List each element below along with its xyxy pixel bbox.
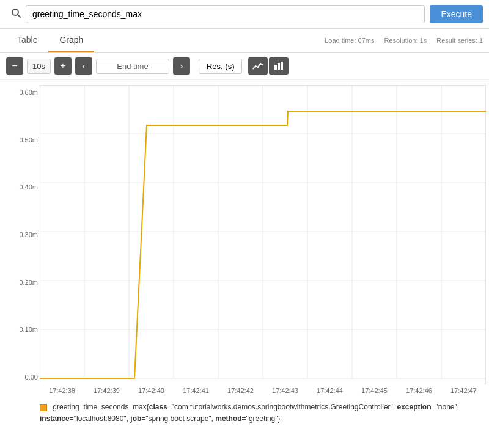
resolution-button[interactable]: Res. (s) — [199, 59, 243, 74]
y-label-1: 0.10m — [12, 326, 38, 333]
legend-instance-key: instance — [40, 414, 70, 423]
legend-color — [40, 404, 47, 411]
legend-class-key: class — [149, 403, 167, 411]
prev-time-button[interactable]: ‹ — [75, 57, 92, 75]
next-time-button[interactable]: › — [173, 57, 190, 75]
y-label-2: 0.20m — [12, 279, 38, 286]
x-label-3: 17:42:41 — [174, 387, 218, 394]
legend-text: greeting_time_seconds_max{class="com.tut… — [40, 403, 459, 423]
step-value: 10s — [27, 59, 51, 74]
x-label-5: 17:42:43 — [263, 387, 307, 394]
x-axis-labels: 17:42:38 17:42:39 17:42:40 17:42:41 17:4… — [40, 384, 486, 397]
chart-svg — [40, 85, 486, 384]
x-label-6: 17:42:44 — [307, 387, 352, 394]
query-input[interactable]: greeting_time_seconds_max — [26, 5, 425, 23]
y-label-6: 0.60m — [12, 89, 38, 96]
time-display: End time — [96, 59, 169, 74]
x-label-8: 17:42:46 — [397, 387, 441, 394]
legend: greeting_time_seconds_max{class="com.tut… — [0, 397, 489, 431]
tab-meta: Load time: 67ms Resolution: 1s Result se… — [325, 34, 483, 46]
svg-line-1 — [18, 15, 20, 17]
zoom-out-button[interactable]: − — [6, 57, 23, 75]
x-label-9: 17:42:47 — [441, 387, 486, 394]
y-axis-labels: 0.60m 0.50m 0.40m 0.30m 0.20m 0.10m 0.00 — [12, 85, 38, 384]
legend-job-val: spring boot scrape — [149, 414, 209, 423]
y-label-0: 0.00 — [12, 373, 38, 381]
execute-button[interactable]: Execute — [430, 5, 483, 23]
svg-rect-2 — [274, 65, 277, 70]
bar-chart-button[interactable] — [269, 57, 289, 75]
zoom-in-button[interactable]: + — [54, 57, 72, 75]
x-label-7: 17:42:45 — [352, 387, 397, 394]
x-label-1: 17:42:39 — [84, 387, 129, 394]
legend-method-val: greeting — [249, 414, 275, 423]
legend-method-key: method — [215, 414, 241, 423]
y-label-4: 0.40m — [12, 183, 38, 191]
legend-job-key: job — [130, 414, 141, 423]
legend-metric: greeting_time_seconds_max — [53, 403, 146, 411]
legend-exception-val: none — [438, 403, 455, 411]
legend-exception-key: exception — [397, 403, 432, 411]
y-label-5: 0.50m — [12, 136, 38, 144]
legend-class-val: com.tutorialworks.demos.springbootwithme… — [174, 403, 390, 411]
tabs-row: Table Graph Load time: 67ms Resolution: … — [0, 29, 489, 53]
tab-graph[interactable]: Graph — [48, 29, 94, 52]
chart-type-group — [248, 57, 289, 75]
chart-area: 0.60m 0.50m 0.40m 0.30m 0.20m 0.10m 0.00 — [0, 80, 489, 397]
resolution: Resolution: 1s — [384, 37, 427, 44]
svg-rect-3 — [278, 63, 280, 70]
result-series: Result series: 1 — [436, 37, 483, 44]
svg-rect-4 — [281, 62, 283, 70]
search-icon-button[interactable] — [6, 6, 26, 23]
tab-table[interactable]: Table — [6, 29, 48, 52]
search-bar: greeting_time_seconds_max Execute — [0, 0, 489, 29]
y-label-3: 0.30m — [12, 231, 38, 238]
controls-row: − 10s + ‹ End time › Res. (s) — [0, 53, 489, 80]
legend-instance-val: localhost:8080 — [76, 414, 123, 423]
x-label-0: 17:42:38 — [40, 387, 84, 394]
line-chart-button[interactable] — [248, 57, 268, 75]
x-label-2: 17:42:40 — [129, 387, 174, 394]
chart-inner: 0.60m 0.50m 0.40m 0.30m 0.20m 0.10m 0.00 — [6, 85, 483, 384]
load-time: Load time: 67ms — [325, 37, 374, 44]
x-label-4: 17:42:42 — [218, 387, 263, 394]
